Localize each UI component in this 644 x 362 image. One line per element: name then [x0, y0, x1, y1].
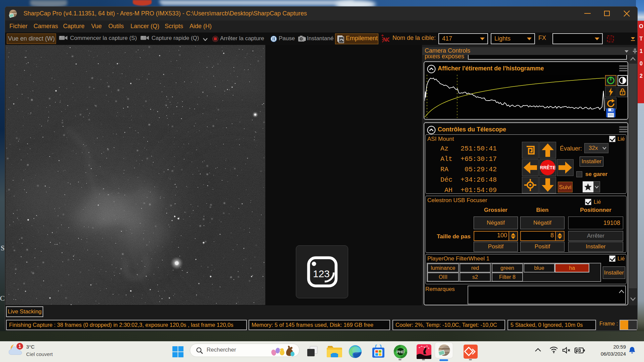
svg-text:2: 2	[404, 349, 405, 351]
svg-text:1: 1	[18, 344, 21, 349]
svg-text:NG: NG	[383, 37, 389, 43]
svg-text:123: 123	[313, 268, 330, 279]
